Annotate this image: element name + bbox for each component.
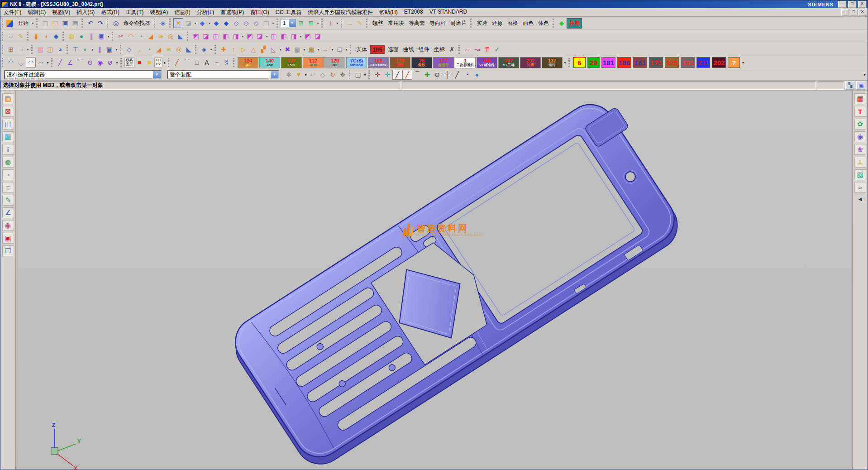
menu-item-8[interactable]: 信息(I) bbox=[171, 8, 193, 17]
ruled-button[interactable]: ◡ bbox=[16, 58, 26, 67]
pull-face-button[interactable]: ↕ bbox=[229, 44, 238, 54]
chevron-down-icon[interactable]: ▾ bbox=[344, 48, 348, 52]
sync-replace-face-button[interactable]: ◧ bbox=[221, 31, 231, 41]
toolbar-grip[interactable] bbox=[195, 45, 198, 54]
menu-item-7[interactable]: 装配(A) bbox=[147, 8, 171, 17]
palette-tab-1[interactable]: ▦ bbox=[854, 93, 866, 104]
styled-sweep-button[interactable]: ◠ bbox=[26, 58, 36, 67]
sync-copy-face-button-icon[interactable]: ◪ bbox=[255, 31, 265, 41]
roles-tab[interactable]: ◉ bbox=[2, 220, 14, 231]
wireframe-button-1[interactable]: ◇ bbox=[231, 18, 241, 28]
delete-tag-button[interactable]: ✗ bbox=[447, 44, 457, 54]
edge-blend-button[interactable]: ◕ bbox=[55, 44, 65, 54]
snap-cross-button[interactable]: ┼ bbox=[442, 70, 452, 80]
toolbar-grip[interactable] bbox=[120, 58, 123, 67]
wcs-button-icon[interactable]: ⊥ bbox=[325, 18, 335, 28]
pattern2-button-icon[interactable]: ∥ bbox=[95, 44, 105, 54]
menu-item-10[interactable]: 首选项(P) bbox=[217, 8, 247, 17]
revolve-button-icon[interactable]: ◖ bbox=[41, 31, 51, 41]
luosi-button[interactable]: 螺丝 bbox=[370, 19, 386, 28]
command-finder-button-icon[interactable]: ◎ bbox=[111, 18, 121, 28]
chevron-down-icon[interactable]: ▾ bbox=[330, 48, 334, 52]
wedge-button[interactable]: ◣ bbox=[184, 44, 194, 54]
layer-category-button-icon[interactable]: ≣ bbox=[306, 18, 316, 28]
text-tool-button[interactable]: A bbox=[202, 58, 212, 67]
snap-cross-button[interactable]: ┼ bbox=[442, 70, 452, 80]
chevron-down-icon[interactable]: ▾ bbox=[299, 34, 303, 38]
palette-tab-8[interactable]: ≈ bbox=[854, 182, 866, 193]
toolbar-grip[interactable] bbox=[458, 45, 461, 54]
datum-plane-button-icon[interactable]: ▱ bbox=[16, 44, 26, 54]
toolbar-grip[interactable] bbox=[107, 19, 110, 28]
hd3d-tools-tab[interactable]: i bbox=[2, 144, 14, 155]
work-layer-combo[interactable]: 1▼ bbox=[281, 19, 296, 27]
ruled-button[interactable]: ◡ bbox=[16, 58, 26, 67]
toolbar-grip[interactable] bbox=[2, 19, 5, 28]
layer-badge-125[interactable]: 125 bbox=[665, 57, 679, 68]
patch-face-button[interactable]: ▦▾ bbox=[306, 44, 320, 54]
tihuan-button[interactable]: 替换 bbox=[505, 19, 520, 28]
extrude-button-icon[interactable]: ▮ bbox=[31, 31, 41, 41]
toolbar-grip[interactable] bbox=[349, 70, 352, 79]
offset-region-button[interactable]: ▷ bbox=[238, 44, 248, 54]
snapshot-button[interactable]: ◪ bbox=[183, 18, 193, 28]
toolbar-grip[interactable] bbox=[321, 19, 324, 28]
shaded-edges-button-icon[interactable]: ◆ bbox=[211, 18, 221, 28]
constraint-navigator-tab[interactable]: ⊠ bbox=[2, 106, 14, 117]
extract-button-icon[interactable]: ▣ bbox=[105, 44, 114, 54]
shitou-button[interactable]: 实透 bbox=[474, 19, 490, 28]
wireframe-button-1[interactable]: ◇ bbox=[231, 18, 241, 28]
palette-tab-2[interactable]: T bbox=[854, 106, 866, 117]
check-button[interactable]: ✓ bbox=[492, 44, 502, 54]
draft2-button[interactable]: ◢ bbox=[154, 44, 164, 54]
sync-paste-face-button[interactable]: ◫ bbox=[269, 31, 279, 41]
sketch-curve-button[interactable]: ✎ bbox=[16, 31, 26, 41]
chevron-down-icon[interactable]: ▾ bbox=[193, 21, 197, 25]
chevron-down-icon[interactable]: ▼ bbox=[289, 19, 296, 27]
shaded-button-icon[interactable]: ◆ bbox=[221, 18, 231, 28]
fold-button-icon[interactable]: ◞ bbox=[134, 44, 144, 54]
replace-face-button[interactable]: ▞ bbox=[258, 44, 268, 54]
pattern-geom-button-icon[interactable]: ▥ bbox=[35, 44, 45, 54]
tihuan-button[interactable]: 替换 bbox=[505, 19, 520, 28]
wireframe-button-3[interactable]: ◇ bbox=[251, 18, 261, 28]
naimopian-button[interactable]: 耐磨片 bbox=[448, 19, 469, 28]
process-studio-tab[interactable]: ✎ bbox=[2, 195, 14, 206]
arc-button[interactable]: ⌒ bbox=[75, 58, 85, 67]
draft2-button[interactable]: ◢ bbox=[154, 44, 164, 54]
datum-csys-button[interactable]: ⊤ bbox=[71, 44, 81, 54]
sketch-button[interactable]: ▱ bbox=[6, 31, 16, 41]
gongping-button[interactable]: 共屏 bbox=[567, 18, 582, 29]
wedge-button-icon[interactable]: ◣ bbox=[184, 44, 194, 54]
toolbar-grip[interactable] bbox=[27, 32, 30, 41]
refresh-button-icon[interactable]: ⇈ bbox=[482, 44, 492, 54]
trim-button[interactable]: ✂ bbox=[116, 31, 126, 41]
extract-button[interactable]: ▣ bbox=[105, 44, 114, 54]
helix-button[interactable]: § bbox=[222, 58, 232, 67]
material-badge-7CrSi[interactable]: 7CrSiMnMoV bbox=[346, 57, 367, 68]
delete-face-button[interactable]: △ bbox=[248, 44, 258, 54]
sync-reorder-blend-button[interactable]: ◪ bbox=[313, 31, 323, 41]
snap-quadrant-button[interactable]: ◔ bbox=[462, 70, 472, 80]
sync-mirror-face-button[interactable]: ◧ bbox=[279, 31, 289, 41]
system-materials-tab[interactable]: ≡ bbox=[2, 182, 14, 193]
wcs-button[interactable]: ⊥▾ bbox=[325, 18, 339, 28]
toolbar-grip[interactable] bbox=[120, 45, 123, 54]
line2-button-icon[interactable]: ╱ bbox=[172, 58, 182, 67]
shell-button[interactable]: ◔ bbox=[136, 31, 146, 41]
sync-mirror-face-button[interactable]: ◧ bbox=[279, 31, 289, 41]
sync-offset-region-button[interactable]: ◫ bbox=[211, 31, 221, 41]
daoxianggan-button[interactable]: 导向杆 bbox=[427, 19, 448, 28]
toolbar-grip[interactable] bbox=[51, 58, 54, 67]
sketch-curve-button-icon[interactable]: ✎ bbox=[16, 31, 26, 41]
block-button-icon[interactable]: ◆ bbox=[51, 31, 61, 41]
blend-button-icon[interactable]: ◠ bbox=[126, 31, 136, 41]
mianse-button[interactable]: 面色 bbox=[520, 19, 536, 28]
datum-plane-button[interactable]: ▱▾ bbox=[16, 44, 30, 54]
yellow-cube-button[interactable]: ■ bbox=[144, 58, 154, 67]
show-hide-button[interactable]: ✕ bbox=[173, 18, 183, 28]
wcs-button[interactable]: ⊥ bbox=[325, 18, 335, 28]
block-button[interactable]: ◆ bbox=[51, 31, 61, 41]
layout-button[interactable]: ⊞ bbox=[6, 44, 16, 54]
snap-circle-button[interactable]: ⊙ bbox=[432, 70, 442, 80]
